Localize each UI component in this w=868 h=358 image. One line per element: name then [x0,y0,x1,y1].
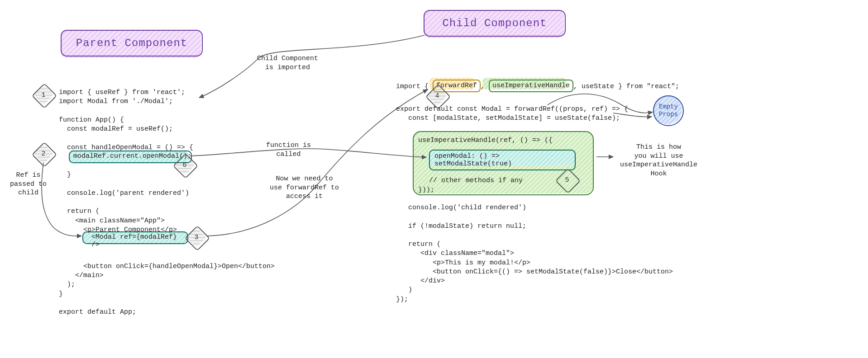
annotation-need-forwardref: Now we need to use forwardRef to access … [270,174,339,201]
useimperativehandle-open: useImperativeHandle(ref, () => ({ [418,137,588,144]
useimperativehandle-text: useImperativeHandle [492,82,570,90]
step-5-number: 5 [559,172,575,188]
child-component-title-text: Child Component [442,17,547,29]
step-6-number: 6 [176,157,193,173]
step-1-diamond: 1 [35,87,52,103]
step-2-number: 2 [35,146,52,162]
empty-props-text: Empty Props [654,103,683,118]
parent-component-title: Parent Component [61,30,203,57]
child-code-bottom: console.log('child rendered') if (!modal… [396,203,673,304]
parent-code-block: import { useRef } from 'react'; import M… [59,88,275,317]
child-code-top: export default const Modal = forwardRef(… [396,105,628,123]
parent-component-title-text: Parent Component [76,37,187,49]
child-import-prefix: import { [396,83,433,90]
child-import-suffix: , useState } from "react"; [573,83,679,90]
child-import-sep1: , [481,83,489,90]
child-component-title: Child Component [424,10,566,37]
useimperativehandle-highlight: useImperativeHandle [489,80,573,92]
step-2-diamond: 2 [35,146,52,162]
step-3-diamond: 3 [188,229,205,245]
annotation-ref-passed: Ref is passed to child [10,171,47,198]
parent-openmodal-call-highlight: modalRef.current.openModal(); [69,151,192,163]
step-1-number: 1 [35,87,52,103]
step-4-diamond: 4 [429,88,445,104]
annotation-child-imported: Child Component is imported [257,54,318,72]
annotation-function-called: function is called [266,141,311,159]
parent-modal-ref-highlight: <Modal ref={modalRef} /> [82,231,188,244]
step-3-number: 3 [188,229,205,245]
parent-openmodal-call-text: modalRef.current.openModal(); [73,152,191,160]
openmodal-line-text: openModal: () => setModalState(true) [434,152,512,168]
step-4-number: 4 [429,88,445,104]
annotation-use-hook: This is how you will use useImperativeHa… [620,143,697,178]
step-6-diamond: 6 [176,157,193,173]
openmodal-line-highlight: openModal: () => setModalState(true) [429,150,576,170]
step-5-diamond: 5 [559,172,575,188]
empty-props-circle: Empty Props [653,95,684,126]
